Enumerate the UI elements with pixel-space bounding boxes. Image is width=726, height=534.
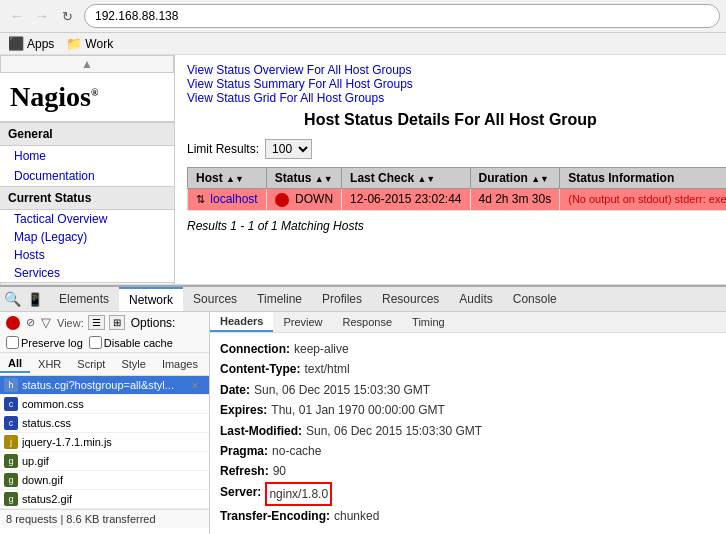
sidebar-item-map[interactable]: Map (Legacy) [0,228,174,246]
devtools-search-icon[interactable]: 🔍 [4,291,21,307]
status-down-icon [275,193,289,207]
file-close-btn[interactable]: ✕ [185,380,205,391]
view-summary-link[interactable]: View Status Summary For All Host Groups [187,77,714,91]
subtab-response[interactable]: Response [333,312,403,332]
filter-icon[interactable]: ▽ [41,315,51,330]
header-connection: Connection: keep-alive [220,339,716,359]
filter-style[interactable]: Style [113,355,153,373]
duration-cell: 4d 2h 3m 30s [470,189,560,211]
host-sort-arrows[interactable]: ▲▼ [226,174,244,184]
filter-xhr[interactable]: XHR [30,355,69,373]
tab-audits[interactable]: Audits [449,288,502,310]
view-grid-link[interactable]: View Status Grid For All Host Groups [187,91,714,105]
tab-resources[interactable]: Resources [372,288,449,310]
headers-content: Connection: keep-alive Content-Type: tex… [210,333,726,534]
col-last-check: Last Check ▲▼ [342,168,470,189]
status-table: Host ▲▼ Status ▲▼ Last Check ▲▼ Duration… [187,167,726,211]
clear-button[interactable]: ⊘ [26,316,35,329]
nagios-content: View Status Overview For All Host Groups… [175,55,726,284]
tab-console[interactable]: Console [503,288,567,310]
host-link[interactable]: localhost [210,192,257,206]
content-links: View Status Overview For All Host Groups… [187,63,714,105]
limit-results: Limit Results: 100 25 50 All [187,139,714,159]
headers-subtabs: Headers Preview Response Timing [210,312,726,333]
header-date: Date: Sun, 06 Dec 2015 15:03:30 GMT [220,380,716,400]
back-button[interactable]: ← [6,5,28,27]
sidebar-item-home[interactable]: Home [0,146,174,166]
file-name-status-cgi: status.cgi?hostgroup=all&styl... [22,379,185,391]
filter-images[interactable]: Images [154,355,206,373]
host-icon: ⇅ [196,193,205,205]
address-bar[interactable] [84,4,720,28]
header-refresh: Refresh: 90 [220,461,716,481]
tab-sources[interactable]: Sources [183,288,247,310]
forward-button[interactable]: → [31,5,53,27]
disable-cache-label[interactable]: Disable cache [89,336,173,349]
file-item-common-css[interactable]: c common.css [0,395,209,414]
file-type-icon-gif3: g [4,492,18,506]
devtools-body: ⊘ ▽ View: ☰ ⊞ Options: Preserve log Disa… [0,312,726,534]
main-area: ▲ Nagios® General Home Documentation Cur… [0,55,726,285]
filter-all[interactable]: All [0,355,30,373]
file-item-status-css[interactable]: c status.css [0,414,209,433]
header-pragma: Pragma: no-cache [220,441,716,461]
subtab-timing[interactable]: Timing [402,312,455,332]
current-status-section-title: Current Status [0,186,174,210]
request-headers-label: Request Headers [232,529,330,534]
view-overview-link[interactable]: View Status Overview For All Host Groups [187,63,714,77]
devtools-mobile-icon[interactable]: 📱 [27,292,43,307]
col-duration: Duration ▲▼ [470,168,560,189]
preserve-log-checkbox[interactable] [6,336,19,349]
preserve-log-label[interactable]: Preserve log [6,336,83,349]
lastcheck-sort-arrows[interactable]: ▲▼ [417,174,435,184]
status-sort-arrows[interactable]: ▲▼ [315,174,333,184]
logo-mark: ® [91,87,98,98]
nagios-logo: Nagios® [10,81,98,112]
file-item-status-cgi[interactable]: h status.cgi?hostgroup=all&styl... ✕ [0,376,209,395]
tab-timeline[interactable]: Timeline [247,288,312,310]
subtab-headers[interactable]: Headers [210,312,273,332]
host-cell: ⇅ localhost [188,189,267,211]
view-list-btn[interactable]: ☰ [88,315,105,330]
subtab-preview[interactable]: Preview [273,312,332,332]
scroll-up-arrow[interactable]: ▲ [0,55,174,73]
view-source-link[interactable]: view source [340,529,398,534]
duration-sort-arrows[interactable]: ▲▼ [531,174,549,184]
disable-cache-checkbox[interactable] [89,336,102,349]
filter-script[interactable]: Script [69,355,113,373]
scroll-down-arrow[interactable]: ▼ [0,282,174,284]
network-toolbar: ⊘ ▽ View: ☰ ⊞ Options: Preserve log Disa… [0,312,209,353]
sidebar-item-tactical-overview[interactable]: Tactical Overview [0,210,174,228]
file-item-jquery[interactable]: j jquery-1.7.1.min.js [0,433,209,452]
request-headers-toggle[interactable]: ▶ Request Headers view source [220,527,716,534]
col-host: Host ▲▼ [188,168,267,189]
server-value-highlight: nginx/1.8.0 [265,482,332,506]
col-status-info: Status Information [560,168,726,189]
work-bookmark[interactable]: 📁 Work [66,36,113,51]
work-icon: 📁 [66,36,82,51]
header-last-modified: Last-Modified: Sun, 06 Dec 2015 15:03:30… [220,421,716,441]
status-info-cell: (No output on stdout) stderr: execvp err… [560,189,726,211]
file-item-up-gif[interactable]: g up.gif [0,452,209,471]
devtools-panel: 🔍 📱 Elements Network Sources Timeline Pr… [0,285,726,534]
tab-elements[interactable]: Elements [49,288,119,310]
file-type-icon-gif1: g [4,454,18,468]
apps-icon: ⬛ [8,36,24,51]
limit-select[interactable]: 100 25 50 All [265,139,312,159]
network-files-panel: ⊘ ▽ View: ☰ ⊞ Options: Preserve log Disa… [0,312,210,534]
nav-buttons: ← → ↻ [6,5,78,27]
sidebar-item-services[interactable]: Services [0,264,174,282]
refresh-button[interactable]: ↻ [56,5,78,27]
filter-bar: All XHR Script Style Images Media Fonts … [0,353,209,376]
view-tree-btn[interactable]: ⊞ [109,315,125,330]
record-button[interactable] [6,316,20,330]
header-content-type: Content-Type: text/html [220,359,716,379]
tab-profiles[interactable]: Profiles [312,288,372,310]
file-item-down-gif[interactable]: g down.gif [0,471,209,490]
sidebar-item-hosts[interactable]: Hosts [0,246,174,264]
apps-bookmark[interactable]: ⬛ Apps [8,36,54,51]
browser-toolbar: ← → ↻ [0,0,726,33]
tab-network[interactable]: Network [119,287,183,311]
file-item-status2-gif[interactable]: g status2.gif [0,490,209,509]
sidebar-item-documentation[interactable]: Documentation [0,166,174,186]
